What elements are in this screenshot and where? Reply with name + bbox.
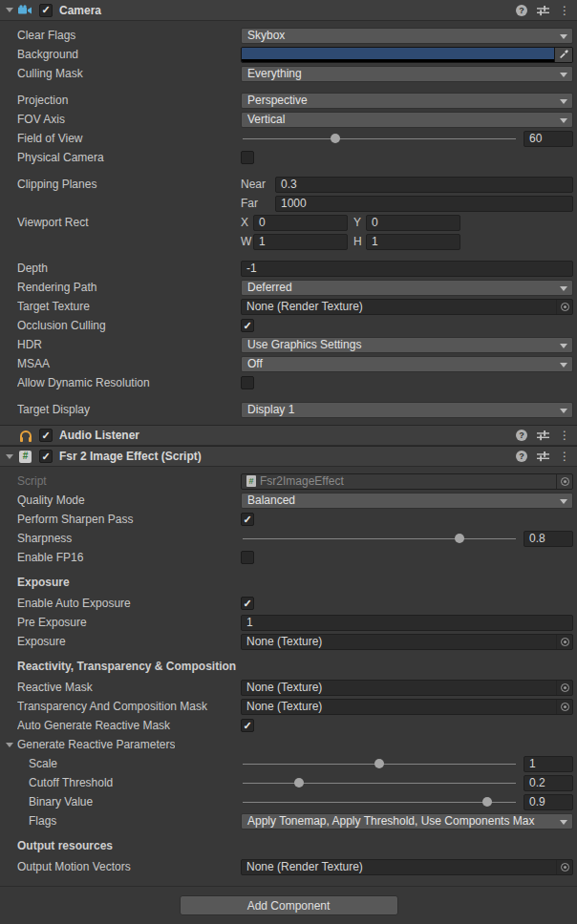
camera-enabled-checkbox[interactable]: ✓ bbox=[39, 4, 53, 17]
far-input[interactable]: 1000 bbox=[275, 196, 573, 212]
rendering-path-value: Deferred bbox=[247, 281, 292, 294]
sharpness-input[interactable]: 0.8 bbox=[524, 531, 573, 547]
fsr2-component-title: Fsr 2 Image Effect (Script) bbox=[59, 450, 202, 463]
depth-input[interactable]: -1 bbox=[241, 261, 573, 277]
scale-input[interactable]: 1 bbox=[524, 756, 573, 772]
camera-icon bbox=[18, 4, 32, 17]
viewport-h-input[interactable]: 1 bbox=[366, 234, 460, 250]
pre-exposure-input[interactable]: 1 bbox=[241, 615, 573, 631]
fov-axis-label: FOV Axis bbox=[17, 113, 241, 126]
background-color-field[interactable] bbox=[241, 47, 573, 63]
scale-slider[interactable] bbox=[241, 756, 518, 772]
exposure-field[interactable]: None (Texture) bbox=[241, 634, 573, 650]
object-picker-icon[interactable] bbox=[556, 860, 572, 874]
fsr2-enabled-checkbox[interactable]: ✓ bbox=[39, 450, 53, 463]
row-scale: Scale 1 bbox=[0, 754, 577, 773]
auto-generate-reactive-mask-checkbox[interactable]: ✓ bbox=[241, 719, 254, 732]
slider-handle[interactable] bbox=[294, 778, 304, 788]
culling-mask-dropdown[interactable]: Everything bbox=[241, 66, 573, 82]
slider-handle[interactable] bbox=[331, 134, 340, 143]
exposure-section-header: Exposure bbox=[0, 575, 577, 590]
presets-icon[interactable] bbox=[537, 5, 549, 16]
slider-handle[interactable] bbox=[455, 534, 464, 543]
foldout-arrow-icon[interactable] bbox=[6, 454, 13, 459]
camera-component-title: Camera bbox=[59, 4, 101, 17]
slider-handle[interactable] bbox=[482, 797, 492, 807]
target-display-dropdown[interactable]: Display 1 bbox=[241, 402, 573, 418]
object-picker-icon[interactable] bbox=[556, 474, 572, 489]
fsr2-component-header[interactable]: # ✓ Fsr 2 Image Effect (Script) ? ⋮ bbox=[0, 446, 577, 467]
chevron-down-icon bbox=[560, 73, 567, 77]
presets-icon[interactable] bbox=[537, 430, 549, 441]
exposure-label: Exposure bbox=[17, 635, 241, 648]
occlusion-culling-checkbox[interactable]: ✓ bbox=[241, 319, 254, 332]
rendering-path-dropdown[interactable]: Deferred bbox=[241, 280, 573, 296]
output-section-header: Output resources bbox=[0, 838, 577, 853]
viewport-y-input[interactable]: 0 bbox=[366, 215, 460, 231]
binary-value-label: Binary Value bbox=[17, 795, 241, 808]
object-picker-icon[interactable] bbox=[556, 300, 572, 314]
quality-mode-label: Quality Mode bbox=[17, 494, 241, 507]
object-picker-icon[interactable] bbox=[556, 681, 572, 695]
physical-camera-checkbox[interactable] bbox=[241, 151, 254, 164]
row-auto-generate-reactive-mask: Auto Generate Reactive Mask ✓ bbox=[0, 716, 577, 735]
transparency-mask-field[interactable]: None (Texture) bbox=[241, 699, 573, 715]
foldout-arrow-icon[interactable] bbox=[6, 8, 13, 12]
output-motion-vectors-value: None (Render Texture) bbox=[246, 860, 363, 873]
clipping-planes-label: Clipping Planes bbox=[17, 178, 241, 191]
object-picker-icon[interactable] bbox=[556, 700, 572, 714]
target-texture-field[interactable]: None (Render Texture) bbox=[241, 299, 573, 315]
flags-dropdown[interactable]: Apply Tonemap, Apply Threshold, Use Comp… bbox=[241, 813, 573, 830]
row-pre-exposure: Pre Exposure 1 bbox=[0, 613, 577, 632]
exposure-value: None (Texture) bbox=[246, 635, 322, 648]
cutoff-threshold-input[interactable]: 0.2 bbox=[524, 775, 573, 791]
add-component-button[interactable]: Add Component bbox=[180, 895, 398, 915]
sharpness-slider[interactable] bbox=[241, 531, 518, 547]
allow-dynamic-resolution-checkbox[interactable] bbox=[241, 376, 254, 389]
row-generate-reactive-parameters[interactable]: Generate Reactive Parameters bbox=[0, 735, 577, 754]
kebab-menu-icon[interactable]: ⋮ bbox=[559, 5, 570, 16]
msaa-dropdown[interactable]: Off bbox=[241, 356, 573, 372]
field-of-view-input[interactable]: 60 bbox=[524, 131, 573, 147]
output-motion-vectors-field[interactable]: None (Render Texture) bbox=[241, 859, 573, 875]
object-picker-icon[interactable] bbox=[556, 635, 572, 649]
hdr-dropdown[interactable]: Use Graphics Settings bbox=[241, 337, 573, 353]
help-icon[interactable]: ? bbox=[516, 451, 527, 462]
presets-icon[interactable] bbox=[537, 451, 549, 462]
perform-sharpen-pass-checkbox[interactable]: ✓ bbox=[241, 513, 254, 526]
row-target-display: Target Display Display 1 bbox=[0, 400, 577, 419]
enable-auto-exposure-checkbox[interactable]: ✓ bbox=[241, 597, 254, 610]
kebab-menu-icon[interactable]: ⋮ bbox=[559, 451, 570, 462]
audio-listener-component-header[interactable]: ✓ Audio Listener ? ⋮ bbox=[0, 425, 577, 446]
fov-axis-dropdown[interactable]: Vertical bbox=[241, 112, 573, 128]
viewport-w-input[interactable]: 1 bbox=[253, 234, 348, 250]
background-label: Background bbox=[17, 48, 241, 61]
quality-mode-dropdown[interactable]: Balanced bbox=[241, 493, 573, 509]
chevron-down-icon bbox=[560, 118, 567, 123]
help-icon[interactable]: ? bbox=[516, 5, 527, 16]
eyedropper-button[interactable] bbox=[554, 48, 572, 62]
cutoff-threshold-slider[interactable] bbox=[241, 775, 518, 791]
row-quality-mode: Quality Mode Balanced bbox=[0, 491, 577, 510]
help-icon[interactable]: ? bbox=[516, 430, 527, 441]
foldout-arrow-icon[interactable] bbox=[6, 743, 13, 747]
reactive-mask-field[interactable]: None (Texture) bbox=[241, 680, 573, 696]
projection-dropdown[interactable]: Perspective bbox=[241, 93, 573, 109]
near-input[interactable]: 0.3 bbox=[275, 177, 573, 193]
row-msaa: MSAA Off bbox=[0, 354, 577, 373]
clear-flags-value: Skybox bbox=[247, 29, 285, 42]
binary-value-input[interactable]: 0.9 bbox=[524, 794, 573, 810]
background-color-swatch[interactable] bbox=[242, 48, 554, 62]
row-flags: Flags Apply Tonemap, Apply Threshold, Us… bbox=[0, 811, 577, 830]
camera-component-header[interactable]: ✓ Camera ? ⋮ bbox=[0, 0, 577, 21]
clear-flags-dropdown[interactable]: Skybox bbox=[241, 28, 573, 44]
binary-value-slider[interactable] bbox=[241, 794, 518, 810]
field-of-view-slider[interactable] bbox=[241, 131, 518, 147]
slider-handle[interactable] bbox=[374, 759, 384, 768]
enable-fp16-checkbox[interactable] bbox=[241, 551, 254, 564]
viewport-x-input[interactable]: 0 bbox=[253, 215, 348, 231]
reactivity-section-header: Reactivity, Transparency & Composition bbox=[0, 659, 577, 674]
audio-listener-enabled-checkbox[interactable]: ✓ bbox=[39, 429, 53, 442]
hdr-value: Use Graphics Settings bbox=[247, 338, 361, 351]
kebab-menu-icon[interactable]: ⋮ bbox=[559, 430, 570, 441]
